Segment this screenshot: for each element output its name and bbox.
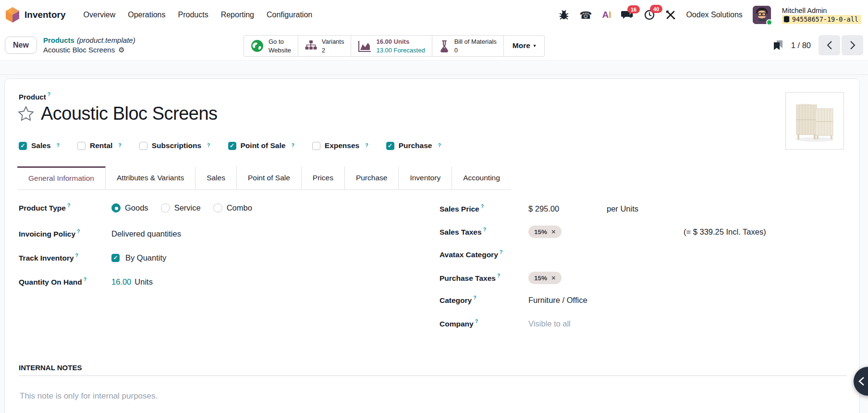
units-forecast-button[interactable]: 16.00 Units 13.00 Forecasted [351, 36, 432, 56]
tab-accounting[interactable]: Accounting [452, 166, 511, 189]
goods-radio [111, 203, 121, 213]
field-company: Company? Visible to all [440, 316, 838, 331]
field-quantity-on-hand: Quantity On Hand? 16.00 Units [19, 275, 153, 289]
checkbox-rental[interactable]: ✓ Rental? [77, 141, 122, 150]
invoicing-policy-value[interactable]: Delivered quantities [111, 229, 181, 238]
checkbox-expenses[interactable]: ✓ Expenses? [312, 141, 368, 150]
remove-tag-icon[interactable]: × [551, 274, 555, 282]
phone-icon[interactable]: ☎ [579, 10, 592, 20]
user-name[interactable]: Mitchell Admin [782, 6, 861, 15]
content-divider [0, 61, 868, 75]
field-invoicing-policy: Invoicing Policy? Delivered quantities [19, 226, 181, 241]
help-question-mark: ? [48, 91, 50, 97]
help-question-mark: ? [291, 142, 294, 148]
point-of-sale-checkbox: ✓ [228, 142, 236, 150]
pager-previous-button[interactable] [819, 35, 840, 55]
sales-price-value[interactable]: $ 295.00 [528, 204, 559, 213]
internal-notes-input[interactable]: This note is only for internal purposes. [20, 391, 158, 401]
more-dropdown[interactable]: More ▾ [504, 36, 545, 56]
ai-icon[interactable]: AI [602, 10, 611, 20]
area-chart-icon [358, 40, 371, 52]
help-question-mark: ? [207, 142, 210, 148]
control-panel: New Products(product.template) Acoustic … [0, 30, 868, 61]
actions-gear-icon[interactable]: ⚙ [118, 45, 124, 55]
breadcrumb: Products(product.template) Acoustic Bloc… [43, 36, 135, 54]
service-radio [161, 203, 170, 213]
sales-checkbox: ✓ [19, 142, 27, 150]
sales-tax-tag[interactable]: 15% × [528, 225, 562, 238]
pager-next-button[interactable] [842, 35, 863, 55]
product-image[interactable] [785, 92, 844, 150]
sitemap-icon [305, 40, 317, 52]
bookmark-icon[interactable] [773, 40, 783, 50]
tab-inventory[interactable]: Inventory [398, 166, 452, 189]
menu-reporting[interactable]: Reporting [221, 11, 254, 19]
database-name: 94558657-19-0-all [792, 15, 858, 24]
favorite-star-icon[interactable] [17, 105, 35, 123]
product-availability-checkboxes: ✓ Sales? ✓ Rental? ✓ Subscriptions? ✓ Po… [19, 141, 441, 150]
menu-operations[interactable]: Operations [128, 11, 165, 19]
radio-goods[interactable]: Goods [111, 203, 148, 213]
menu-configuration[interactable]: Configuration [267, 11, 312, 19]
track-inventory-value[interactable]: By Quantity [125, 253, 166, 263]
messages-badge: 16 [627, 5, 639, 13]
globe-icon [251, 39, 264, 52]
tab-prices[interactable]: Prices [301, 166, 344, 189]
activities-icon[interactable]: 40 [644, 9, 655, 21]
tab-attributes-variants[interactable]: Attributes & Variants [106, 166, 195, 189]
top-navbar: Inventory Overview Operations Products R… [0, 0, 868, 30]
bill-of-materials-button[interactable]: Bill of Materials 0 [432, 36, 504, 56]
quantity-on-hand-link[interactable]: 16.00 [111, 277, 131, 287]
track-inventory-checkbox[interactable]: ✓ [111, 254, 120, 262]
inventory-app-icon[interactable] [5, 7, 20, 23]
checkbox-subscriptions[interactable]: ✓ Subscriptions? [139, 141, 210, 150]
field-sales-price: Sales Price? $ 295.00 per Units [440, 201, 838, 216]
subscriptions-checkbox: ✓ [139, 142, 147, 150]
category-value[interactable]: Furniture / Office [528, 296, 587, 305]
avatar[interactable] [753, 6, 771, 24]
tax-included-note: (= $ 339.25 Incl. Taxes) [684, 227, 766, 237]
expenses-checkbox: ✓ [312, 142, 320, 150]
radio-combo[interactable]: Combo [213, 203, 252, 213]
rental-checkbox: ✓ [77, 142, 86, 150]
help-question-mark: ? [57, 142, 60, 148]
checkbox-purchase[interactable]: ✓ Purchase? [386, 141, 441, 150]
tab-purchase[interactable]: Purchase [344, 166, 398, 189]
stat-button-box: Go to Website Variants 2 16.0 [244, 35, 545, 57]
new-button[interactable]: New [5, 37, 37, 54]
field-purchase-taxes: Purchase Taxes? 15% × [440, 271, 838, 285]
internal-notes-header: INTERNAL NOTES [19, 363, 82, 372]
tab-sales[interactable]: Sales [195, 166, 236, 189]
menu-products[interactable]: Products [178, 11, 208, 19]
tab-general-information[interactable]: General Information [17, 166, 106, 189]
user-block: Mitchell Admin 94558657-19-0-all [782, 6, 861, 24]
field-sales-taxes: Sales Taxes? 15% × (= $ 339.25 Incl. Tax… [440, 225, 838, 239]
radio-service[interactable]: Service [161, 203, 201, 213]
purchase-checkbox: ✓ [386, 142, 394, 150]
tab-point-of-sale[interactable]: Point of Sale [236, 166, 301, 189]
flask-icon [439, 40, 450, 52]
messages-icon[interactable]: 16 [621, 10, 634, 20]
content-area: Product? Acoustic Bloc Screens ✓ Sales? … [0, 61, 868, 413]
pager-count: 1 / 80 [791, 41, 811, 50]
menu-overview[interactable]: Overview [84, 11, 116, 19]
app-name[interactable]: Inventory [24, 10, 66, 20]
purchase-tax-tag[interactable]: 15% × [528, 272, 562, 284]
tools-icon[interactable] [665, 10, 676, 20]
internal-notes-divider [19, 375, 847, 376]
combo-radio [213, 203, 222, 213]
field-avatax-category: Avatax Category? [440, 247, 838, 262]
company-switcher[interactable]: Oodex Solutions [686, 11, 742, 19]
variants-button[interactable]: Variants 2 [298, 36, 352, 56]
product-title-input[interactable]: Acoustic Bloc Screens [41, 103, 218, 124]
checkbox-point-of-sale[interactable]: ✓ Point of Sale? [228, 141, 294, 150]
bug-icon[interactable] [559, 10, 569, 20]
database-badge[interactable]: 94558657-19-0-all [782, 15, 861, 24]
company-placeholder[interactable]: Visible to all [528, 319, 571, 328]
room-divider-image [790, 97, 840, 145]
checkbox-sales[interactable]: ✓ Sales? [19, 141, 60, 150]
breadcrumb-products[interactable]: Products [43, 36, 74, 44]
product-field-label: Product? [19, 92, 50, 101]
remove-tag-icon[interactable]: × [551, 228, 555, 236]
go-to-website-button[interactable]: Go to Website [244, 36, 298, 56]
